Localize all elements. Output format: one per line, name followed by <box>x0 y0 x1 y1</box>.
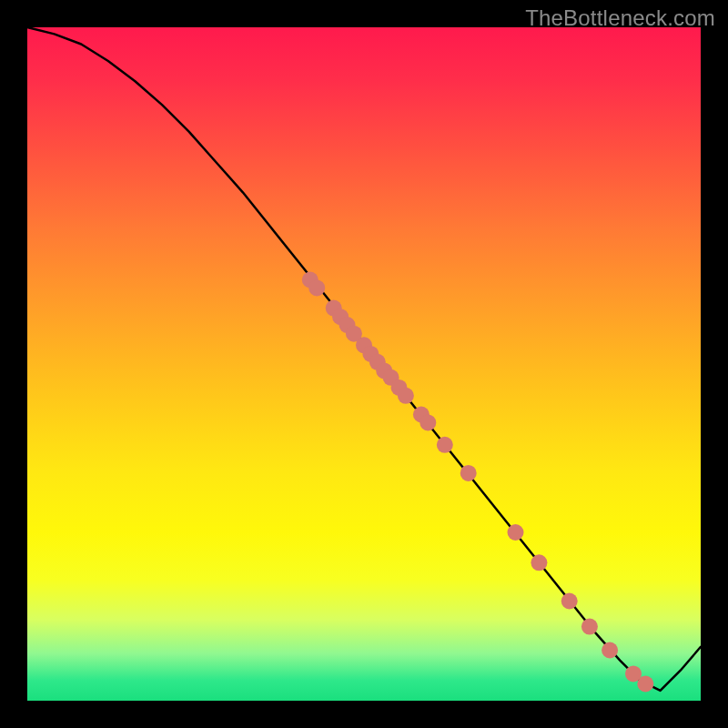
data-point <box>561 593 578 610</box>
data-point <box>602 642 618 659</box>
data-point <box>420 414 436 430</box>
chart-svg <box>27 27 701 701</box>
plot-area <box>27 27 701 701</box>
marker-group <box>302 272 654 693</box>
data-point <box>637 676 653 693</box>
data-point <box>460 465 477 481</box>
bottleneck-curve <box>27 27 701 691</box>
data-point <box>531 554 547 571</box>
chart-container: TheBottleneck.com <box>0 0 728 728</box>
data-point <box>308 279 325 296</box>
data-point <box>581 619 598 635</box>
data-point <box>508 524 524 541</box>
data-point <box>398 388 414 404</box>
watermark-text: TheBottleneck.com <box>525 5 715 31</box>
data-point <box>437 437 453 453</box>
